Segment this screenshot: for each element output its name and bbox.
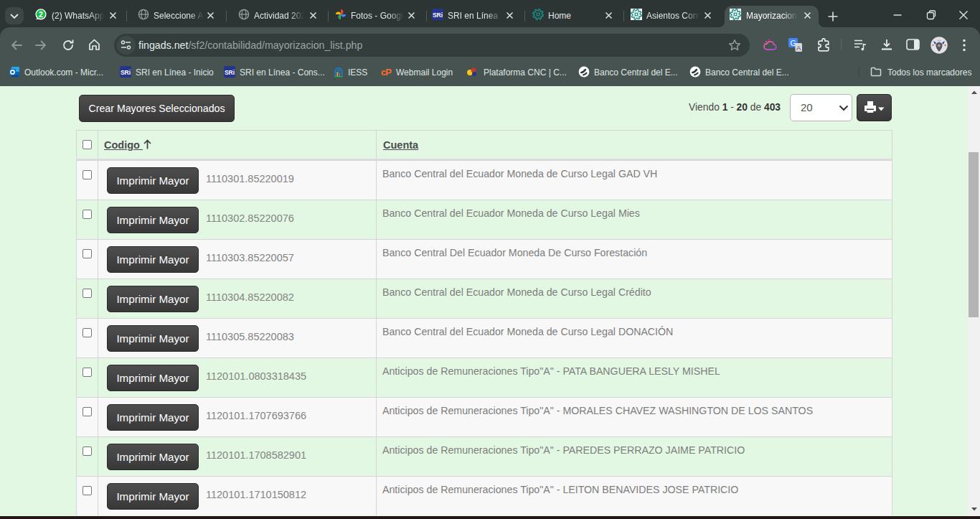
svg-text:G: G (790, 39, 796, 47)
svg-text:SRi: SRi (225, 69, 235, 76)
svg-text:2: 2 (39, 10, 43, 19)
svg-text:SRi: SRi (433, 11, 443, 19)
svg-text:A: A (796, 44, 801, 52)
svg-text:cP: cP (381, 67, 392, 78)
svg-text:SRi: SRi (121, 69, 131, 76)
